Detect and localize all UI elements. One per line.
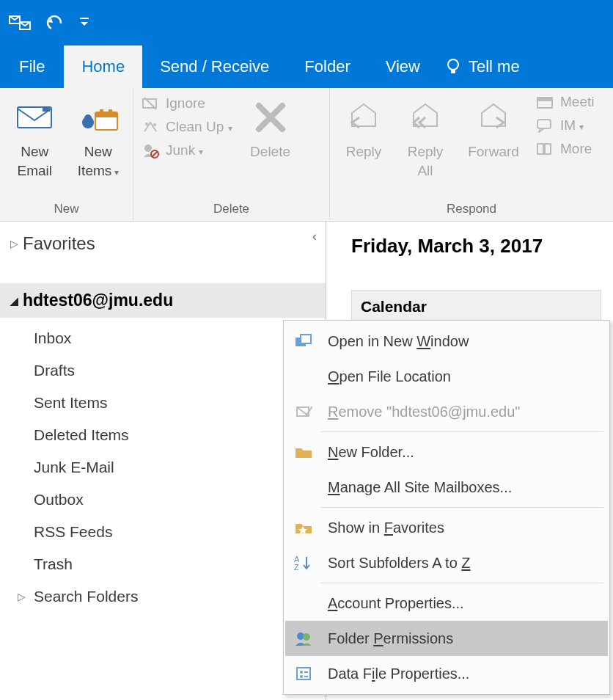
cm-open-file-location[interactable]: Open File Location [285, 359, 608, 394]
svg-point-34 [303, 633, 310, 641]
meeting-button[interactable]: Meeti [535, 94, 594, 110]
svg-rect-12 [109, 109, 112, 114]
group-label-respond: Respond [337, 199, 606, 221]
svg-rect-26 [301, 335, 311, 343]
caret-right-icon: ▷ [10, 238, 18, 249]
cm-account-properties[interactable]: Account Properties... [285, 586, 608, 621]
account-header[interactable]: ◢ hdtest06@jmu.edu [0, 283, 326, 318]
cm-new-folder[interactable]: New Folder... [285, 434, 608, 470]
new-email-button[interactable]: New Email [7, 92, 62, 180]
reply-button[interactable]: Reply [337, 92, 390, 161]
svg-rect-2 [80, 18, 89, 19]
svg-rect-10 [95, 112, 117, 117]
lightbulb-icon [445, 57, 461, 76]
svg-rect-4 [451, 70, 455, 73]
folder-rss[interactable]: RSS Feeds [0, 516, 326, 548]
tab-tell-me[interactable]: Tell me [438, 45, 537, 88]
folder-inbox[interactable]: Inbox [0, 322, 326, 354]
reply-icon [346, 97, 381, 138]
context-menu: Open in New Window Open File Location Re… [283, 320, 610, 695]
properties-icon [291, 663, 316, 685]
ignore-button[interactable]: Ignore [141, 95, 232, 112]
reply-all-icon [408, 97, 443, 138]
ribbon-group-new: New Email New Items ▾ New [0, 88, 133, 221]
ribbon-tabs: File Home Send / Receive Folder View Tel… [0, 45, 613, 88]
folder-pane: ‹ ▷ Favorites ◢ hdtest06@jmu.edu Inbox D… [0, 222, 326, 700]
im-icon [535, 117, 554, 134]
folder-drafts[interactable]: Drafts [0, 354, 326, 387]
folder-search[interactable]: ▷ Search Folders [0, 580, 326, 613]
forward-button[interactable]: Forward [460, 92, 526, 161]
cm-open-new-window[interactable]: Open in New Window [285, 324, 608, 359]
svg-point-38 [300, 675, 303, 678]
cm-sort-subfolders[interactable]: AZ Sort Subfolders A to Z [285, 545, 608, 580]
clean-up-button[interactable]: Clean Up ▾ [141, 119, 232, 135]
caret-right-icon: ▷ [18, 591, 28, 602]
blank-icon [291, 476, 316, 498]
tab-folder[interactable]: Folder [287, 45, 367, 88]
svg-rect-35 [297, 668, 310, 679]
svg-line-19 [152, 151, 158, 157]
reply-all-button[interactable]: Reply All [399, 92, 452, 180]
new-items-icon [78, 97, 119, 138]
folder-junk[interactable]: Junk E-Mail [0, 451, 326, 484]
junk-icon [141, 142, 160, 158]
envelope-icon [16, 97, 53, 138]
tab-send-receive[interactable]: Send / Receive [142, 45, 287, 88]
folder-outbox[interactable]: Outbox [0, 484, 326, 516]
svg-text:Z: Z [294, 563, 299, 571]
cm-manage-mailboxes[interactable]: Manage All Site Mailboxes... [285, 470, 608, 505]
collapse-pane-icon[interactable]: ‹ [312, 229, 317, 244]
calendar-section-header[interactable]: Calendar [351, 290, 601, 324]
more-icon [535, 141, 554, 157]
tab-view[interactable]: View [368, 45, 438, 88]
clean-up-icon [141, 119, 160, 135]
cm-data-file-properties[interactable]: Data File Properties... [285, 656, 608, 691]
ribbon: New Email New Items ▾ New Ignore Clean U… [0, 88, 613, 222]
favorites-folder-icon [291, 517, 316, 539]
folder-trash[interactable]: Trash [0, 548, 326, 580]
ignore-icon [141, 95, 160, 112]
svg-point-36 [300, 671, 303, 674]
svg-point-3 [448, 59, 458, 70]
tab-home[interactable]: Home [64, 45, 142, 88]
svg-point-15 [145, 123, 148, 125]
sort-az-icon: AZ [291, 552, 316, 574]
svg-point-17 [144, 145, 152, 152]
forward-icon [476, 97, 511, 138]
ribbon-group-delete: Ignore Clean Up ▾ Junk ▾ Delete Delete [133, 88, 330, 221]
more-respond-button[interactable]: More [535, 141, 594, 157]
folder-list: Inbox Drafts Sent Items Deleted Items Ju… [0, 318, 326, 617]
ribbon-group-respond: Reply Reply All Forward Meeti IM ▾ [330, 88, 613, 221]
qat-customize-icon[interactable] [79, 15, 89, 30]
svg-rect-11 [100, 109, 103, 114]
blank-icon [291, 592, 316, 614]
undo-icon[interactable] [45, 15, 65, 31]
cm-folder-permissions[interactable]: Folder Permissions [285, 621, 608, 656]
blank-icon [291, 365, 316, 387]
people-icon [291, 627, 316, 649]
svg-point-8 [84, 114, 92, 122]
cm-remove-account: Remove "hdtest06@jmu.edu" [285, 394, 608, 429]
send-receive-qat-icon[interactable] [9, 12, 32, 33]
remove-icon [291, 401, 316, 423]
new-items-button[interactable]: New Items ▾ [71, 92, 126, 180]
folder-deleted[interactable]: Deleted Items [0, 419, 326, 451]
svg-rect-24 [545, 144, 551, 154]
cm-separator [320, 431, 603, 432]
folder-sent[interactable]: Sent Items [0, 387, 326, 419]
junk-button[interactable]: Junk ▾ [141, 142, 232, 158]
group-label-delete: Delete [141, 199, 322, 221]
cm-separator [320, 507, 603, 508]
svg-rect-23 [537, 144, 543, 154]
cm-show-in-favorites[interactable]: Show in Favorites [285, 510, 608, 545]
open-window-icon [291, 330, 316, 352]
im-button[interactable]: IM ▾ [535, 117, 594, 134]
title-bar [0, 0, 613, 45]
delete-button[interactable]: Delete [241, 92, 300, 161]
caret-down-icon: ◢ [10, 295, 18, 307]
favorites-header[interactable]: ▷ Favorites [0, 227, 326, 260]
tab-file[interactable]: File [0, 45, 64, 88]
date-heading: Friday, March 3, 2017 [351, 235, 601, 258]
group-label-new: New [7, 199, 125, 221]
